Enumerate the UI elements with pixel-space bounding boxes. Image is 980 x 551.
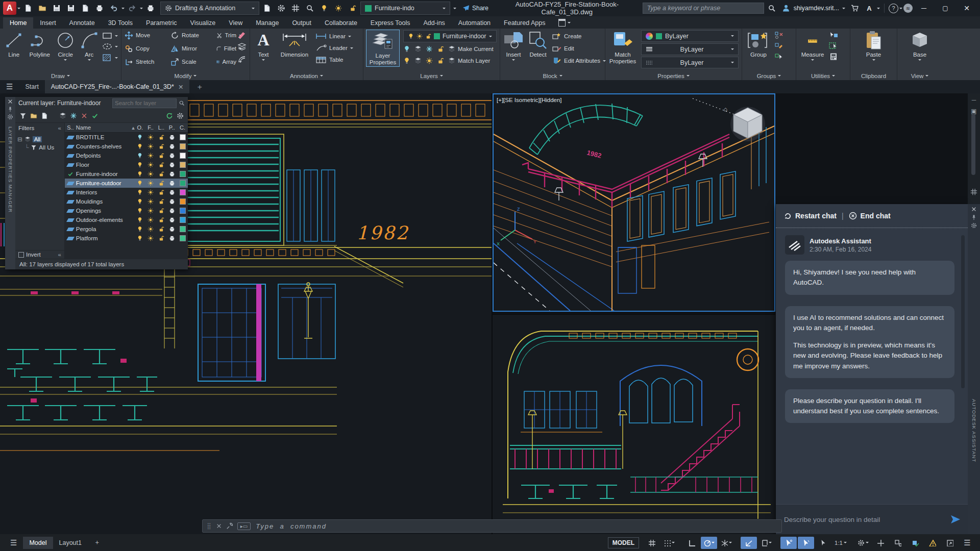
- set-current-layer-icon[interactable]: [91, 112, 99, 119]
- layer-lock-icon[interactable]: [158, 217, 164, 223]
- model-tab[interactable]: Model: [23, 537, 53, 549]
- object-color-dropdown[interactable]: ByLayer: [641, 30, 739, 42]
- measure-tool[interactable]: Measure: [799, 30, 826, 61]
- viewport-style-control[interactable]: [Hidden]: [540, 97, 562, 103]
- grid-toggle[interactable]: [644, 537, 660, 549]
- filter-tree-all-used[interactable]: └ All Us: [17, 143, 62, 152]
- settings-gear-icon[interactable]: [177, 112, 184, 119]
- group-tool[interactable]: Group: [745, 30, 772, 58]
- qat-customize-caret-icon[interactable]: [453, 8, 456, 9]
- new-frozen-layer-icon[interactable]: [70, 112, 77, 119]
- new-layout-button[interactable]: ＋: [88, 536, 107, 549]
- navbar-image-icon[interactable]: [969, 187, 978, 196]
- layer-row[interactable]: Defpoints: [65, 151, 188, 160]
- ungroup-tool[interactable]: [775, 32, 783, 39]
- document-tab-close-icon[interactable]: ✕: [178, 83, 183, 91]
- filter-tree-all[interactable]: ⊟ All: [17, 135, 62, 143]
- model-space-toggle[interactable]: MODEL: [608, 537, 639, 548]
- layer-row[interactable]: Outdoor-elements: [65, 215, 188, 224]
- layer-row[interactable]: Interiors: [65, 188, 188, 197]
- minimize-button[interactable]: ─: [914, 1, 934, 15]
- layer-unlock-tool[interactable]: [437, 57, 444, 64]
- layout-button[interactable]: [289, 2, 302, 15]
- arc-tool[interactable]: Arc: [80, 30, 98, 61]
- viewport-minimize-icon[interactable]: ─: [969, 95, 978, 105]
- layer-lock-icon[interactable]: [158, 171, 164, 177]
- start-tab[interactable]: Start: [19, 80, 44, 93]
- layer-lock-icon[interactable]: [158, 180, 164, 186]
- redo-button[interactable]: [126, 2, 139, 15]
- panel-modify-label[interactable]: Modify: [121, 71, 250, 80]
- stretch-tool[interactable]: Stretch: [125, 57, 168, 67]
- layer-on-quick-icon[interactable]: [317, 2, 331, 15]
- table-tool[interactable]: Table: [315, 55, 353, 65]
- erase-tool[interactable]: [237, 31, 247, 39]
- tab-manage[interactable]: Manage: [249, 17, 285, 29]
- tab-output[interactable]: Output: [285, 17, 318, 29]
- layer-plot-icon[interactable]: [169, 189, 175, 195]
- tab-annotate[interactable]: Annotate: [63, 17, 102, 29]
- layer-properties-button[interactable]: Layer Properties: [366, 30, 399, 66]
- save-as-button[interactable]: [64, 2, 78, 15]
- layer-on-icon[interactable]: [137, 171, 143, 177]
- mirror-tool[interactable]: Mirror: [170, 43, 214, 54]
- layer-on-icon[interactable]: [137, 189, 143, 195]
- new-file-button[interactable]: [21, 2, 35, 15]
- group-select-tool[interactable]: [775, 53, 783, 60]
- open-from-mobile-button[interactable]: [79, 2, 92, 15]
- layer-lock-tool[interactable]: [437, 45, 444, 53]
- leader-tool[interactable]: Leader: [315, 43, 353, 53]
- layer-color-swatch[interactable]: [180, 217, 186, 223]
- user-name[interactable]: shiyamdev.srit...: [794, 5, 839, 12]
- layer-lock-icon[interactable]: [158, 134, 164, 140]
- tab-insert[interactable]: Insert: [33, 17, 62, 29]
- layer-on-icon[interactable]: [137, 153, 143, 159]
- user-menu-caret-icon[interactable]: [842, 8, 845, 9]
- layer-on-icon[interactable]: [137, 226, 143, 232]
- command-grip-handle[interactable]: ⣿: [207, 522, 212, 530]
- layout1-tab[interactable]: Layout1: [53, 537, 88, 549]
- layer-freeze-icon[interactable]: [148, 134, 154, 140]
- layer-freeze-icon[interactable]: [148, 226, 154, 232]
- layer-freeze-icon[interactable]: [148, 171, 154, 177]
- autodesk-menu-caret-icon[interactable]: [877, 8, 880, 9]
- workspace-gear-button[interactable]: [855, 537, 871, 549]
- ortho-toggle[interactable]: [683, 537, 700, 549]
- layer-plot-icon[interactable]: [169, 235, 175, 241]
- batch-plot-button[interactable]: [144, 2, 157, 15]
- print-button[interactable]: [93, 2, 106, 15]
- layer-lock-icon[interactable]: [158, 235, 164, 241]
- status-customize-menu[interactable]: ☰: [959, 537, 975, 549]
- edit-block-tool[interactable]: Edit: [552, 43, 606, 54]
- filters-collapse-icon[interactable]: «: [58, 125, 61, 131]
- layer-on-icon[interactable]: [137, 143, 143, 149]
- layer-lock-icon[interactable]: [158, 198, 164, 205]
- tab-add-ins[interactable]: Add-ins: [416, 17, 451, 29]
- panel-utilities-label[interactable]: Utilities: [796, 71, 850, 80]
- layer-on-icon[interactable]: [137, 217, 143, 223]
- layer-freeze-tool[interactable]: [426, 45, 433, 53]
- scale-tool[interactable]: Scale: [170, 57, 214, 67]
- layer-row[interactable]: Floor: [65, 160, 188, 169]
- crosshair-button[interactable]: [872, 537, 889, 549]
- circle-caret-icon[interactable]: [64, 59, 67, 61]
- paste-tool[interactable]: Paste: [859, 30, 889, 61]
- layer-row[interactable]: Openings: [65, 206, 188, 215]
- tab-express-tools[interactable]: Express Tools: [364, 17, 417, 29]
- snap-toggle[interactable]: [661, 537, 677, 549]
- object-snap-toggle[interactable]: [780, 537, 797, 549]
- layer-search-icon[interactable]: [179, 100, 185, 106]
- tab-home[interactable]: Home: [3, 17, 33, 29]
- panel-view-label[interactable]: View: [897, 71, 942, 80]
- line-tool[interactable]: Line: [3, 30, 24, 58]
- edit-attributes-tool[interactable]: Edit Attributes: [552, 56, 606, 66]
- layer-freeze-icon[interactable]: [148, 217, 154, 223]
- layer-on-icon[interactable]: [137, 134, 143, 140]
- insert-block-tool[interactable]: Insert: [503, 30, 524, 61]
- new-property-filter-icon[interactable]: [19, 112, 27, 119]
- layer-plot-icon[interactable]: [169, 226, 175, 232]
- layer-freeze-icon[interactable]: [148, 198, 154, 205]
- palette-gear-icon[interactable]: [7, 114, 13, 120]
- layer-freeze-icon[interactable]: [148, 153, 154, 159]
- assistant-pin-icon[interactable]: [971, 214, 977, 220]
